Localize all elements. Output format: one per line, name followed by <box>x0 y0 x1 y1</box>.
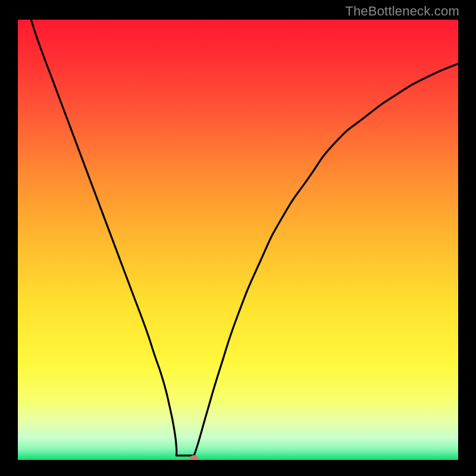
watermark-text: TheBottleneck.com <box>345 4 459 19</box>
chart-background <box>18 20 458 460</box>
bottleneck-chart <box>18 20 458 460</box>
chart-frame <box>18 20 458 460</box>
